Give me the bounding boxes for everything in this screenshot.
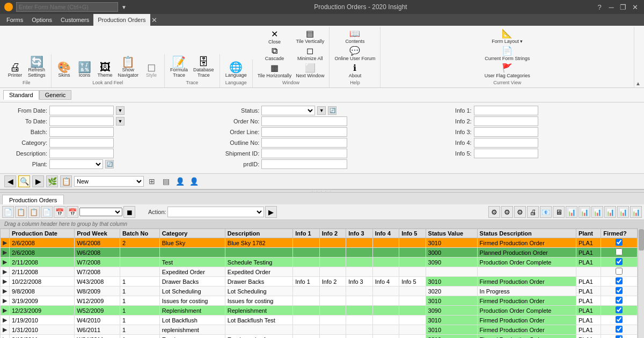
col-info5[interactable]: Info 5 (399, 229, 426, 238)
firmed-checkbox[interactable] (616, 306, 623, 313)
batch-input[interactable] (49, 127, 114, 137)
chart1-button[interactable]: 📊 (566, 206, 577, 218)
copy-button[interactable]: 📋 (15, 206, 27, 218)
table-row[interactable]: ▶ 12/23/2009 W52/2009 1 Replenishment Re… (1, 306, 638, 315)
language-button[interactable]: 🌐 Language (223, 61, 249, 79)
plant-select[interactable] (49, 159, 103, 169)
mode-select[interactable]: New (74, 176, 144, 187)
plant-refresh[interactable]: 🔄 (105, 160, 114, 168)
from-date-picker[interactable]: ▼ (116, 106, 125, 115)
description-input[interactable] (49, 149, 114, 158)
print-button[interactable]: 🖨 (527, 206, 539, 218)
col-batch-no[interactable]: Batch No (120, 229, 159, 238)
clipboard-button[interactable]: 📋 (60, 175, 72, 187)
col-description[interactable]: Description (225, 229, 293, 238)
user-flag-categories-button[interactable]: 🚩User Flag Categories (483, 62, 532, 79)
menu-options[interactable]: Options (27, 14, 56, 26)
current-form-strings-button[interactable]: 📄Current Form Strings (483, 45, 532, 62)
table-row[interactable]: ▶ 2/11/2008 W7/2008 Test Schedule Testin… (1, 258, 638, 267)
delete-button[interactable]: 📄 (41, 206, 53, 218)
order-line-input[interactable] (261, 127, 347, 137)
table-row[interactable]: ▶ 3/19/2009 W12/2009 1 Issues for costin… (1, 296, 638, 306)
col-status-desc[interactable]: Status Description (477, 229, 576, 238)
contents-button[interactable]: 📖Contents (333, 28, 377, 45)
calendar-button1[interactable]: 📅 (54, 206, 65, 218)
menu-forms[interactable]: Forms (2, 14, 27, 26)
show-navigator-button[interactable]: 📋 ShowNavigator (116, 55, 141, 79)
menu-production-orders[interactable]: Production Orders (93, 14, 150, 26)
online-forum-button[interactable]: 💬Online User Forum (333, 45, 377, 62)
paste-button[interactable]: 📋 (28, 206, 40, 218)
col-plant[interactable]: Plant (576, 229, 601, 238)
tile-vertically-button[interactable]: ▤Tile Vertically (294, 28, 326, 45)
firmed-checkbox[interactable] (616, 258, 623, 265)
from-date-input[interactable] (49, 106, 114, 115)
prd-id-input[interactable] (261, 159, 347, 169)
tab-standard[interactable]: Standard (3, 90, 39, 100)
theme-button[interactable]: 🖼 Theme (96, 61, 115, 79)
form-layout-button[interactable]: 📐Form Layout ▾ (483, 28, 532, 45)
user-button2[interactable]: 👤 (188, 175, 200, 187)
status-refresh[interactable]: 🔄 (328, 106, 336, 115)
vertical-scrollbar[interactable] (638, 229, 644, 338)
col-indicator[interactable] (1, 229, 10, 238)
next-button[interactable]: ▶ (32, 175, 44, 187)
firmed-checkbox[interactable] (616, 268, 623, 275)
tile-horizontally-button[interactable]: ▦Tile Horizontally (256, 62, 294, 79)
firmed-checkbox[interactable] (616, 287, 623, 294)
ribbon-collapse-button[interactable]: ▲ (635, 80, 641, 86)
status-picker[interactable]: ▼ (317, 106, 326, 115)
table-row[interactable]: ▶ 8/19/2011 W34/2011 1 Empire Empire ord… (1, 335, 638, 339)
firmed-checkbox[interactable] (616, 335, 623, 338)
table-row[interactable]: ▶ 2/6/2008 W6/2008 3000 Planned Producti… (1, 248, 638, 258)
restore-button[interactable]: ❐ (618, 2, 628, 12)
firmed-checkbox[interactable] (616, 277, 623, 284)
action-go-button[interactable]: ▶ (265, 206, 277, 218)
user-button1[interactable]: 👤 (174, 175, 186, 187)
icons-button[interactable]: 🔣 Icons (75, 61, 94, 79)
tab-generic[interactable]: Generic (39, 90, 72, 100)
col-info1[interactable]: Info 1 (293, 229, 319, 238)
prev-button[interactable]: ◀ (4, 175, 16, 187)
minimize-all-button[interactable]: ◻Minimize All (294, 45, 326, 62)
col-info2[interactable]: Info 2 (319, 229, 346, 238)
shipment-id-input[interactable] (261, 149, 347, 158)
table-row[interactable]: ▶ 10/22/2008 W43/2008 1 Drawer Backs Dra… (1, 277, 638, 286)
grid-mode-select[interactable] (79, 208, 122, 216)
dropdown-arrow[interactable]: ▼ (121, 4, 127, 10)
table-row[interactable]: ▶ 1/31/2010 W6/2011 1 replenishment 3010… (1, 325, 638, 335)
firmed-checkbox[interactable] (616, 248, 623, 255)
info4-input[interactable] (474, 138, 538, 148)
tab-production-orders[interactable]: Production Orders (2, 195, 64, 205)
filter-button[interactable]: ⚙ (514, 206, 526, 218)
list-view-button[interactable]: ▤ (160, 175, 172, 187)
info1-input[interactable] (474, 106, 538, 115)
info3-input[interactable] (474, 127, 538, 137)
refresh-grid-button[interactable]: ⚙ (488, 206, 500, 218)
grid-view-button[interactable]: ⊞ (146, 175, 158, 187)
style-button[interactable]: ◻ Style (142, 61, 161, 79)
close-button[interactable]: ✕ (630, 2, 640, 12)
scrollbar-thumb[interactable] (639, 229, 644, 251)
search-button[interactable]: 🔍 (18, 175, 30, 187)
minimize-button[interactable]: ─ (606, 2, 616, 12)
to-date-input[interactable] (49, 116, 114, 126)
col-status-val[interactable]: Status Value (426, 229, 477, 238)
menu-tab-close[interactable]: ✕ (151, 16, 157, 24)
email-button[interactable]: 📧 (540, 206, 552, 218)
chart6-button[interactable]: 📊 (630, 206, 642, 218)
chart2-button[interactable]: 📊 (579, 206, 590, 218)
col-category[interactable]: Category (159, 229, 225, 238)
firmed-checkbox[interactable] (616, 239, 623, 246)
table-row[interactable]: ▶ 2/6/2008 W6/2008 2 Blue Sky Blue Sky 1… (1, 238, 638, 248)
printer-button[interactable]: 🖨 Printer (5, 61, 25, 79)
menu-customers[interactable]: Customers (56, 14, 93, 26)
chart5-button[interactable]: 📊 (617, 206, 629, 218)
table-row[interactable]: ▶ 2/11/2008 W7/2008 Expedited Order Expe… (1, 267, 638, 277)
data-grid[interactable]: Production Date Prod Week Batch No Categ… (0, 229, 638, 338)
col-prod-week[interactable]: Prod Week (75, 229, 120, 238)
firmed-checkbox[interactable] (616, 326, 623, 333)
tree-button[interactable]: 🌿 (46, 175, 58, 187)
cascade-button[interactable]: ⧉Cascade (256, 46, 294, 62)
database-trace-button[interactable]: 🗄 DatabaseTrace (191, 55, 216, 79)
